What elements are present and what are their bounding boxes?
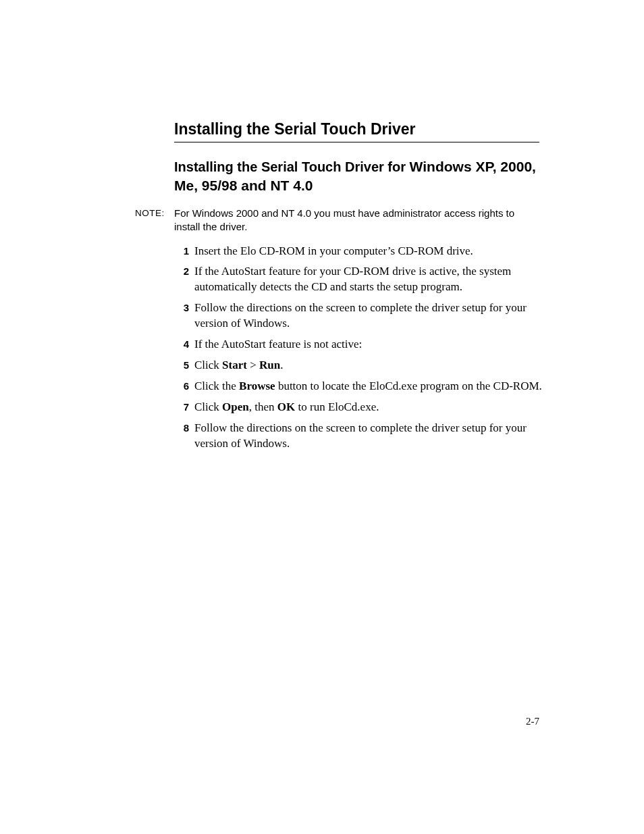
step-item: 1Insert the Elo CD-ROM in your computer’… (174, 244, 543, 259)
text: If the AutoStart feature for your CD-ROM… (194, 265, 511, 293)
text: Click (194, 359, 222, 371)
step-item: 8Follow the directions on the screen to … (174, 421, 543, 452)
page: Installing the Serial Touch Driver Insta… (0, 0, 644, 834)
page-number: 2-7 (526, 716, 539, 727)
bold-text: OK (277, 400, 295, 413)
step-text: Follow the directions on the screen to c… (194, 421, 543, 452)
step-item: 2If the AutoStart feature for your CD-RO… (174, 264, 543, 295)
bold-text: Start (222, 359, 247, 371)
step-item: 3Follow the directions on the screen to … (174, 301, 543, 332)
step-text: If the AutoStart feature is not active: (194, 337, 543, 353)
step-item: 4If the AutoStart feature is not active: (174, 337, 543, 353)
section-heading: Installing the Serial Touch Driver (174, 120, 539, 142)
step-text: Click the Browse button to locate the El… (194, 379, 543, 394)
step-number: 4 (174, 337, 189, 351)
step-number: 2 (174, 264, 189, 278)
note-label: NOTE: (135, 207, 174, 219)
step-item: 7Click Open, then OK to run EloCd.exe. (174, 400, 543, 415)
text: to run EloCd.exe. (295, 400, 379, 413)
text: . (280, 359, 283, 371)
text: Follow the directions on the screen to c… (194, 421, 527, 450)
text: , then (249, 400, 277, 413)
bold-text: Run (259, 359, 280, 371)
subsection-heading-prefix: Installing the Serial Touch Driver for (174, 159, 410, 174)
step-text: Follow the directions on the screen to c… (194, 301, 543, 332)
note-text: For Windows 2000 and NT 4.0 you must hav… (174, 207, 539, 234)
step-text: Click Open, then OK to run EloCd.exe. (194, 400, 543, 415)
text: > (247, 359, 259, 371)
bold-text: Browse (239, 380, 275, 392)
step-text: Insert the Elo CD-ROM in your computer’s… (194, 244, 543, 259)
steps-list: 1Insert the Elo CD-ROM in your computer’… (174, 244, 543, 452)
text: Follow the directions on the screen to c… (194, 301, 527, 330)
text: Insert the Elo CD-ROM in your computer’s… (194, 244, 473, 257)
text: Click the (194, 380, 239, 392)
step-item: 5Click Start > Run. (174, 358, 543, 373)
step-text: Click Start > Run. (194, 358, 543, 373)
step-number: 5 (174, 358, 189, 372)
bold-text: Open (222, 400, 249, 413)
step-number: 8 (174, 421, 189, 435)
note-block: NOTE: For Windows 2000 and NT 4.0 you mu… (135, 207, 539, 234)
text: Click (194, 400, 222, 413)
step-item: 6Click the Browse button to locate the E… (174, 379, 543, 394)
step-text: If the AutoStart feature for your CD-ROM… (194, 264, 543, 295)
text: button to locate the EloCd.exe program o… (275, 380, 542, 392)
step-number: 6 (174, 379, 189, 393)
step-number: 1 (174, 244, 189, 258)
subsection-heading: Installing the Serial Touch Driver for W… (174, 157, 539, 194)
step-number: 3 (174, 301, 189, 315)
step-number: 7 (174, 400, 189, 414)
text: If the AutoStart feature is not active: (194, 338, 362, 350)
